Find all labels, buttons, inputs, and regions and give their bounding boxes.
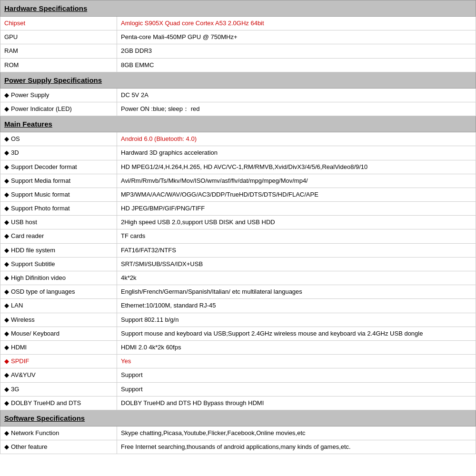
row-value: SRT/SMI/SUB/SSA/IDX+USB bbox=[117, 257, 476, 271]
section-header: Power Supply Specifications bbox=[0, 72, 476, 88]
row-label: ◆SPDIF bbox=[0, 355, 117, 368]
table-row: ◆Mouse/ KeyboardSupport mouse and keyboa… bbox=[0, 327, 476, 340]
table-row: ROM8GB EMMC bbox=[0, 58, 476, 72]
table-row: ◆Support Photo formatHD JPEG/BMP/GIF/PNG… bbox=[0, 202, 476, 216]
diamond-icon: ◆ bbox=[4, 385, 9, 394]
table-row: ◆AV&YUVSupport bbox=[0, 368, 476, 382]
label-text: Support Media format bbox=[11, 177, 70, 184]
diamond-icon: ◆ bbox=[4, 371, 9, 379]
label-text: Mouse/ Keyboard bbox=[11, 330, 60, 337]
table-row: ◆Other featureFree Internet searching,th… bbox=[0, 440, 476, 454]
diamond-icon: ◆ bbox=[4, 91, 9, 99]
table-row: ◆Network FunctionSkype chatting,Picasa,Y… bbox=[0, 426, 476, 440]
label-text: GPU bbox=[4, 33, 18, 40]
section-title: Hardware Specifications bbox=[0, 0, 476, 17]
row-value: FAT16/FAT32/NTFS bbox=[117, 243, 476, 257]
section-title: Power Supply Specifications bbox=[0, 72, 476, 88]
diamond-icon: ◆ bbox=[4, 443, 9, 451]
row-label: ◆High Difinition video bbox=[0, 271, 117, 285]
diamond-icon: ◆ bbox=[4, 288, 9, 296]
row-value: Ethernet:10/100M, standard RJ-45 bbox=[117, 299, 476, 313]
row-label: ◆Network Function bbox=[0, 426, 117, 440]
table-row: ◆OSAndroid 6.0 (Bluetooth: 4.0) bbox=[0, 132, 476, 146]
diamond-icon: ◆ bbox=[4, 399, 9, 407]
row-label: ◆OS bbox=[0, 132, 117, 146]
label-text: Wireless bbox=[11, 316, 35, 323]
row-label: ◆Support Subtitle bbox=[0, 257, 117, 271]
row-label: ◆Support Media format bbox=[0, 174, 117, 188]
row-value: TF cards bbox=[117, 229, 476, 243]
label-text: Power Indicator (LED) bbox=[11, 105, 72, 112]
row-value: Support 802.11 b/g/n bbox=[117, 313, 476, 327]
section-title: Software Specifications bbox=[0, 410, 476, 426]
row-value: HDMI 2.0 4k*2k 60fps bbox=[117, 340, 476, 354]
label-text: Support Music format bbox=[11, 191, 70, 198]
row-value: Amlogic S905X Quad core Cortex A53 2.0GH… bbox=[117, 17, 476, 30]
diamond-icon: ◆ bbox=[4, 274, 9, 282]
table-row: ◆USB host2High speed USB 2.0,support USB… bbox=[0, 216, 476, 229]
label-text: LAN bbox=[11, 302, 23, 309]
table-row: ◆DOLBY TrueHD and DTSDOLBY TrueHD and DT… bbox=[0, 396, 476, 410]
table-row: ◆Support Music formatMP3/WMA/AAC/WAV/OGG… bbox=[0, 188, 476, 201]
table-row: ◆High Difinition video4k*2k bbox=[0, 271, 476, 285]
section-header: Main Features bbox=[0, 116, 476, 132]
label-text: AV&YUV bbox=[11, 371, 36, 378]
label-text: OS bbox=[11, 135, 20, 142]
row-label: ◆Power Supply bbox=[0, 88, 117, 102]
diamond-icon: ◆ bbox=[4, 329, 9, 338]
table-row: ◆HDD file systemFAT16/FAT32/NTFS bbox=[0, 243, 476, 257]
table-row: ◆Support SubtitleSRT/SMI/SUB/SSA/IDX+USB bbox=[0, 257, 476, 271]
row-label: ◆LAN bbox=[0, 299, 117, 313]
row-value: MP3/WMA/AAC/WAV/OGG/AC3/DDP/TrueHD/DTS/D… bbox=[117, 188, 476, 201]
row-value: HD JPEG/BMP/GIF/PNG/TIFF bbox=[117, 202, 476, 216]
row-label: GPU bbox=[0, 30, 117, 44]
label-text: DOLBY TrueHD and DTS bbox=[11, 399, 81, 407]
label-text: Chipset bbox=[4, 20, 25, 27]
diamond-icon: ◆ bbox=[4, 163, 9, 171]
row-label: ◆USB host bbox=[0, 216, 117, 229]
row-label: ◆Other feature bbox=[0, 440, 117, 454]
row-label: ◆DOLBY TrueHD and DTS bbox=[0, 396, 117, 410]
label-text: High Difinition video bbox=[11, 274, 66, 281]
row-value: Support mouse and keyboard via USB;Suppo… bbox=[117, 327, 476, 340]
table-row: ◆OSD type of languagesEnglish/French/Ger… bbox=[0, 285, 476, 299]
row-value: DOLBY TrueHD and DTS HD Bypass through H… bbox=[117, 396, 476, 410]
table-row: ◆Power Indicator (LED)Power ON :blue; sl… bbox=[0, 102, 476, 116]
row-value: 2GB DDR3 bbox=[117, 44, 476, 58]
diamond-icon: ◆ bbox=[4, 218, 9, 227]
label-text: HDD file system bbox=[11, 247, 55, 254]
table-row: ◆Support Decoder formatHD MPEG1/2/4,H.26… bbox=[0, 160, 476, 174]
row-label: ◆Mouse/ Keyboard bbox=[0, 327, 117, 340]
specifications-table: Hardware SpecificationsChipsetAmlogic S9… bbox=[0, 0, 476, 454]
row-label: ◆HDMI bbox=[0, 340, 117, 354]
row-value: Yes bbox=[117, 355, 476, 368]
label-text: USB host bbox=[11, 218, 37, 226]
table-row: ◆3GSupport bbox=[0, 382, 476, 396]
table-row: ◆Card readerTF cards bbox=[0, 229, 476, 243]
label-text: OSD type of languages bbox=[11, 288, 75, 295]
row-value: Avi/Rm/Rmvb/Ts/Mkv/Mov/ISO/wmv/asf/flv/d… bbox=[117, 174, 476, 188]
table-row: ◆LANEthernet:10/100M, standard RJ-45 bbox=[0, 299, 476, 313]
row-value: Penta-core Mali-450MP GPU @ 750MHz+ bbox=[117, 30, 476, 44]
row-label: ◆Support Decoder format bbox=[0, 160, 117, 174]
label-text: Card reader bbox=[11, 232, 44, 239]
diamond-icon: ◆ bbox=[4, 429, 9, 437]
row-value: English/French/German/Spanish/Italian/ e… bbox=[117, 285, 476, 299]
row-label: ◆Support Music format bbox=[0, 188, 117, 201]
diamond-icon: ◆ bbox=[4, 105, 9, 113]
diamond-icon: ◆ bbox=[4, 177, 9, 185]
row-value: Free Internet searching,thousands of and… bbox=[117, 440, 476, 454]
label-text: Network Function bbox=[11, 429, 59, 436]
label-text: Support Decoder format bbox=[11, 163, 77, 170]
table-row: RAM2GB DDR3 bbox=[0, 44, 476, 58]
row-value: Skype chatting,Picasa,Youtube,Flicker,Fa… bbox=[117, 426, 476, 440]
label-text: Other feature bbox=[11, 443, 48, 450]
row-label: ROM bbox=[0, 58, 117, 72]
table-row: ◆Power SupplyDC 5V 2A bbox=[0, 88, 476, 102]
section-header: Software Specifications bbox=[0, 410, 476, 426]
row-value: Support bbox=[117, 382, 476, 396]
diamond-icon: ◆ bbox=[4, 260, 9, 268]
row-value: 8GB EMMC bbox=[117, 58, 476, 72]
label-text: 3G bbox=[11, 386, 19, 393]
row-label: ◆HDD file system bbox=[0, 243, 117, 257]
